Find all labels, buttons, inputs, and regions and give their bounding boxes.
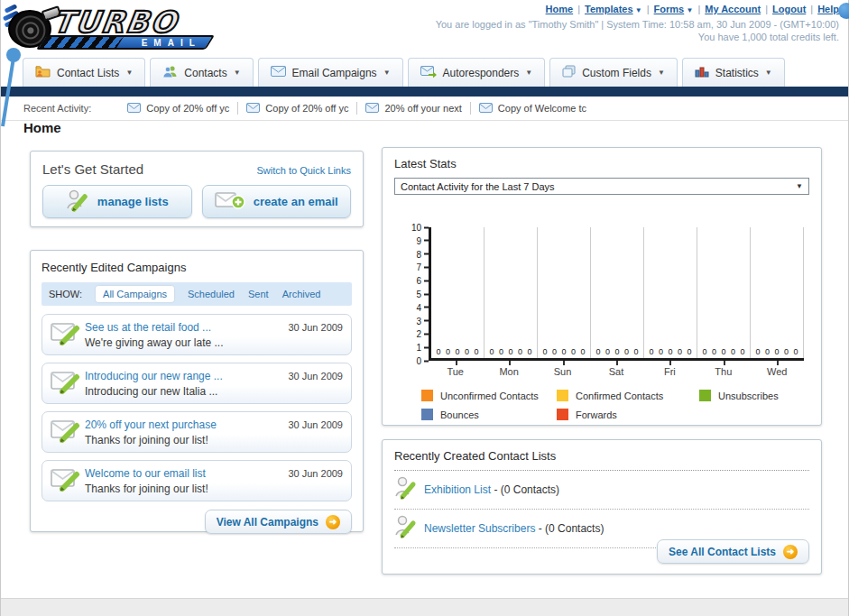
- nav-tab-contact-lists[interactable]: Contact Lists ▼: [23, 58, 145, 87]
- recent-activity-item[interactable]: Copy of Welcome tc: [479, 103, 586, 115]
- separator: |: [577, 4, 580, 14]
- top-link-my-account[interactable]: My Account: [705, 4, 761, 14]
- main-nav-tabs: Contact Lists ▼ Contacts ▼ Email Campaig…: [23, 58, 785, 87]
- nav-divider-bar: [1, 87, 848, 97]
- y-tick-label: 7: [416, 262, 429, 272]
- header-right: Home|Templates ▼|Forms ▼|My Account|Logo…: [436, 4, 839, 43]
- legend-item: Bounces: [421, 409, 557, 420]
- chevron-down-icon: ▼: [234, 69, 241, 77]
- top-nav-links: Home|Templates ▼|Forms ▼|My Account|Logo…: [436, 4, 839, 14]
- contact-lists-icon: [35, 65, 51, 80]
- legend-swatch: [699, 390, 711, 401]
- recent-activity-item[interactable]: Copy of 20% off yc: [246, 103, 348, 115]
- bar-value-label: 0: [561, 347, 566, 356]
- contact-list-link[interactable]: Newsletter Subscribers: [424, 522, 535, 535]
- bar-value-label: 0: [784, 347, 789, 356]
- header: TURBO EMAIL Home|Templates ▼|Forms ▼|My …: [1, 0, 848, 56]
- nav-tab-contacts[interactable]: Contacts ▼: [150, 58, 253, 87]
- bar-value-label: 0: [678, 347, 682, 356]
- see-all-contact-lists-button[interactable]: See All Contact Lists ➜: [657, 539, 809, 564]
- y-tick-label: 3: [416, 316, 429, 326]
- bar-value-label: 0: [489, 347, 494, 356]
- campaign-row[interactable]: See us at the retail food ... We're givi…: [42, 314, 352, 355]
- campaign-title-link[interactable]: See us at the retail food ...: [85, 321, 211, 334]
- campaigns-panel: Recently Edited Campaigns SHOW: All Camp…: [30, 250, 364, 532]
- top-link-home[interactable]: Home: [546, 4, 574, 14]
- top-link-help[interactable]: Help: [817, 4, 839, 14]
- stats-period-dropdown[interactable]: Contact Activity for the Last 7 Days ▼: [394, 178, 809, 195]
- nav-tab-autoresponders[interactable]: Autoresponders ▼: [408, 58, 546, 87]
- pages-icon: [562, 65, 576, 80]
- bar-value-label: 0: [605, 347, 610, 356]
- contact-list-link[interactable]: Exhibition List: [424, 483, 491, 496]
- campaign-title-link[interactable]: Introducing our new range ...: [85, 370, 223, 382]
- view-all-campaigns-button[interactable]: View All Campaigns ➜: [205, 510, 352, 534]
- bar-value-label: 0: [740, 347, 744, 356]
- bar-value-label: 0: [465, 347, 469, 356]
- legend-swatch: [421, 409, 433, 420]
- chevron-down-icon: ▼: [684, 6, 693, 14]
- manage-lists-button[interactable]: manage lists: [42, 185, 192, 218]
- bar-value-label: 0: [712, 347, 716, 356]
- recent-activity-bar: Recent Activity: Copy of 20% off yc Copy…: [1, 97, 848, 121]
- campaign-row[interactable]: Welcome to our email list Thanks for joi…: [42, 460, 352, 501]
- person-pencil-icon: [394, 514, 417, 542]
- x-axis-label-tue: Tue: [429, 361, 482, 377]
- chevron-down-icon: ▼: [765, 69, 772, 77]
- bar-value-label: 0: [436, 347, 440, 356]
- chart-group-fri: 00000: [644, 227, 697, 358]
- contact-list-item[interactable]: Exhibition List - (0 Contacts): [394, 471, 809, 510]
- help-bubble-icon[interactable]: [838, 3, 849, 19]
- legend-item: Unsubscribes: [699, 390, 809, 401]
- campaign-date: 30 Jun 2009: [288, 419, 343, 430]
- bar-value-label: 0: [793, 347, 798, 356]
- legend-item: Unconfirmed Contacts: [421, 390, 557, 401]
- campaign-row[interactable]: 20% off your next purchase Thanks for jo…: [42, 411, 352, 453]
- filter-scheduled[interactable]: Scheduled: [188, 289, 235, 299]
- recent-activity-items: Copy of 20% off yc Copy of 20% off yc 20…: [127, 102, 586, 115]
- bar-value-label: 0: [633, 347, 638, 356]
- create-email-button[interactable]: create an email: [202, 185, 352, 218]
- legend-swatch: [557, 390, 568, 401]
- campaign-date: 30 Jun 2009: [288, 468, 343, 479]
- filter-archived[interactable]: Archived: [282, 289, 321, 299]
- bar-value-label: 0: [659, 347, 663, 356]
- filter-all-campaigns[interactable]: All Campaigns: [96, 286, 174, 302]
- nav-tab-email-campaigns[interactable]: Email Campaigns ▼: [258, 58, 403, 87]
- top-link-logout[interactable]: Logout: [772, 4, 806, 14]
- page-title: Home: [23, 120, 61, 135]
- contacts-icon: [162, 65, 178, 80]
- contact-list-count: - (0 Contacts): [539, 522, 604, 535]
- envelope-pencil-icon: [51, 465, 85, 496]
- separator: [470, 102, 471, 115]
- x-axis-label-sun: Sun: [536, 361, 589, 377]
- bar-value-label: 0: [542, 347, 547, 356]
- y-tick-label: 0: [416, 356, 429, 366]
- envelope-arrow-icon: [420, 66, 437, 80]
- bar-value-label: 0: [552, 347, 557, 356]
- person-pencil-icon: [394, 475, 417, 503]
- chevron-down-icon: ▼: [658, 69, 665, 77]
- nav-tab-statistics[interactable]: Statistics ▼: [682, 58, 785, 87]
- show-label: SHOW:: [49, 289, 82, 299]
- recent-activity-item[interactable]: Copy of 20% off yc: [127, 103, 229, 115]
- campaign-filters: All CampaignsScheduledSentArchived: [96, 286, 320, 302]
- campaign-title-link[interactable]: Welcome to our email list: [85, 467, 206, 480]
- turbo-email-logo: TURBO EMAIL: [6, 3, 223, 53]
- chart-x-axis: TueMonSunSatFriThuWed: [394, 361, 809, 377]
- hatch-decoration: [39, 37, 123, 48]
- contact-list-items: Exhibition List - (0 Contacts) Newslette…: [394, 471, 809, 548]
- filter-sent[interactable]: Sent: [248, 289, 269, 299]
- get-started-panel: Let's Get Started Switch to Quick Links …: [30, 151, 364, 227]
- legend-swatch: [421, 390, 433, 401]
- nav-tab-custom-fields[interactable]: Custom Fields ▼: [549, 58, 678, 87]
- bar-value-label: 0: [668, 347, 672, 356]
- chart-plot-area: 00000000000000000000000000000000000: [429, 227, 804, 361]
- campaign-title-link[interactable]: 20% off your next purchase: [85, 418, 217, 431]
- view-all-campaigns-label: View All Campaigns: [217, 516, 318, 529]
- top-link-templates[interactable]: Templates: [585, 4, 633, 14]
- top-link-forms[interactable]: Forms: [654, 4, 685, 14]
- campaign-row[interactable]: Introducing our new range ... Introducin…: [42, 363, 352, 404]
- recent-activity-item[interactable]: 20% off your next: [365, 103, 461, 115]
- switch-quick-links[interactable]: Switch to Quick Links: [256, 165, 351, 176]
